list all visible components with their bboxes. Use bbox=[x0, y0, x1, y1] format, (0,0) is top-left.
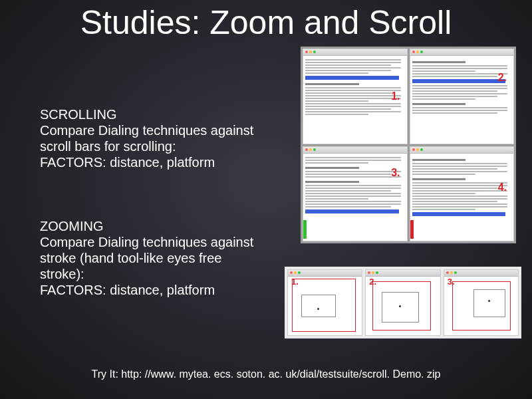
scrolling-thumbnails: 1. 2. bbox=[301, 47, 516, 243]
thumb-number: 1. bbox=[391, 90, 400, 102]
zooming-thumbnails: 1. 2. 3. bbox=[285, 267, 521, 338]
highlight-bar-icon bbox=[412, 212, 506, 216]
scrolling-body: Compare Dialing techniques against scrol… bbox=[40, 122, 266, 154]
scrolling-factors: FACTORS: distance, platform bbox=[40, 154, 266, 170]
zooming-factors: FACTORS: distance, platform bbox=[40, 282, 266, 298]
zoom-thumb-3: 3. bbox=[444, 269, 519, 336]
scroll-thumb-1: 1. bbox=[303, 49, 408, 144]
zoom-thumb-1: 1. bbox=[287, 269, 362, 336]
inner-box-icon bbox=[473, 289, 505, 317]
window-titlebar-icon bbox=[303, 49, 407, 56]
inner-box-icon bbox=[301, 295, 336, 317]
try-it-link: Try It: http: //www. mytea. ecs. soton. … bbox=[0, 368, 532, 380]
scroll-thumb-3: 3. bbox=[303, 146, 408, 242]
green-marker-icon bbox=[303, 220, 307, 239]
zooming-body: Compare Dialing techniques against strok… bbox=[40, 234, 266, 282]
thumb-number: 2. bbox=[498, 72, 507, 84]
target-dot-icon bbox=[488, 300, 490, 302]
thumb-number: 4. bbox=[498, 182, 507, 194]
inner-box-icon bbox=[382, 292, 419, 323]
thumb-number: 3. bbox=[391, 167, 400, 179]
scroll-thumb-2: 2. bbox=[410, 49, 515, 144]
red-marker-icon bbox=[410, 220, 414, 239]
zooming-heading: ZOOMING bbox=[40, 218, 266, 234]
highlight-bar-icon bbox=[412, 79, 506, 83]
zoom-thumb-2: 2. bbox=[365, 269, 440, 336]
highlight-bar-icon bbox=[305, 209, 399, 213]
slide: Studies: Zoom and Scroll SCROLLING Compa… bbox=[0, 0, 532, 399]
zooming-block: ZOOMING Compare Dialing techniques again… bbox=[40, 218, 266, 298]
scroll-thumb-4: 4. bbox=[410, 146, 515, 242]
window-titlebar-icon bbox=[410, 49, 514, 56]
window-titlebar-icon bbox=[410, 147, 514, 154]
slide-title: Studies: Zoom and Scroll bbox=[0, 5, 532, 41]
scrolling-heading: SCROLLING bbox=[40, 106, 266, 122]
window-titlebar-icon bbox=[303, 147, 407, 154]
scrolling-block: SCROLLING Compare Dialing techniques aga… bbox=[40, 106, 266, 170]
highlight-bar-icon bbox=[305, 76, 399, 80]
target-dot-icon bbox=[317, 308, 319, 310]
